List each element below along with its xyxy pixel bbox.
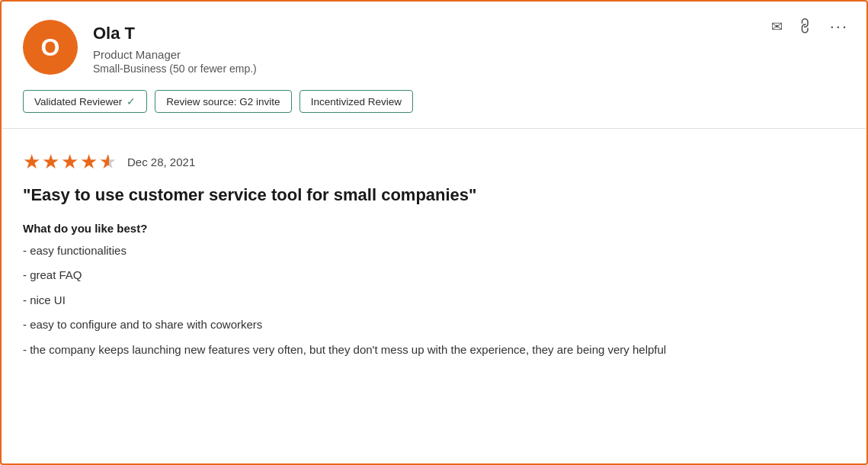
review-item-2: - great FAQ (23, 267, 845, 284)
review-card: ✉ ··· O Ola T Product Manager Small-Busi… (0, 0, 868, 465)
badge-incentivized[interactable]: Incentivized Review (299, 90, 413, 113)
star-2: ★ (42, 150, 59, 174)
more-icon[interactable]: ··· (830, 17, 848, 37)
star-3: ★ (61, 150, 78, 174)
profile-info: Ola T Product Manager Small-Business (50… (93, 20, 257, 75)
badge-source-label: Review source: G2 invite (166, 96, 280, 107)
reviewer-company: Small-Business (50 or fewer emp.) (93, 63, 257, 75)
profile-row: O Ola T Product Manager Small-Business (… (23, 20, 845, 75)
review-item-5: - the company keeps launching new featur… (23, 342, 845, 359)
bottom-section: ★ ★ ★ ★ ★ Dec 28, 2021 "Easy to use cust… (2, 129, 866, 387)
reviewer-name: Ola T (93, 23, 257, 45)
top-section: ✉ ··· O Ola T Product Manager Small-Busi… (2, 2, 866, 129)
review-item-3: - nice UI (23, 292, 845, 309)
badge-source[interactable]: Review source: G2 invite (155, 90, 291, 113)
badge-incentivized-label: Incentivized Review (311, 96, 402, 107)
review-section-label: What do you like best? (23, 222, 845, 235)
star-half: ★ (99, 150, 117, 174)
avatar: O (23, 20, 78, 75)
badges-row: Validated Reviewer ✓ Review source: G2 i… (23, 90, 845, 113)
link-icon[interactable] (795, 16, 817, 38)
email-icon[interactable]: ✉ (771, 18, 783, 35)
check-icon: ✓ (127, 95, 136, 107)
review-item-1: - easy functionalities (23, 242, 845, 260)
avatar-letter: O (41, 34, 60, 62)
review-date: Dec 28, 2021 (127, 156, 195, 168)
review-title: "Easy to use customer service tool for s… (23, 184, 845, 207)
reviewer-title: Product Manager (93, 48, 257, 61)
action-icons-group: ✉ ··· (771, 17, 848, 37)
star-4: ★ (80, 150, 98, 174)
stars-row: ★ ★ ★ ★ ★ Dec 28, 2021 (23, 150, 845, 174)
badge-validated[interactable]: Validated Reviewer ✓ (23, 90, 147, 113)
star-1: ★ (23, 150, 40, 174)
review-item-4: - easy to configure and to share with co… (23, 316, 845, 334)
star-rating: ★ ★ ★ ★ ★ (23, 150, 117, 174)
badge-validated-label: Validated Reviewer (34, 96, 122, 107)
